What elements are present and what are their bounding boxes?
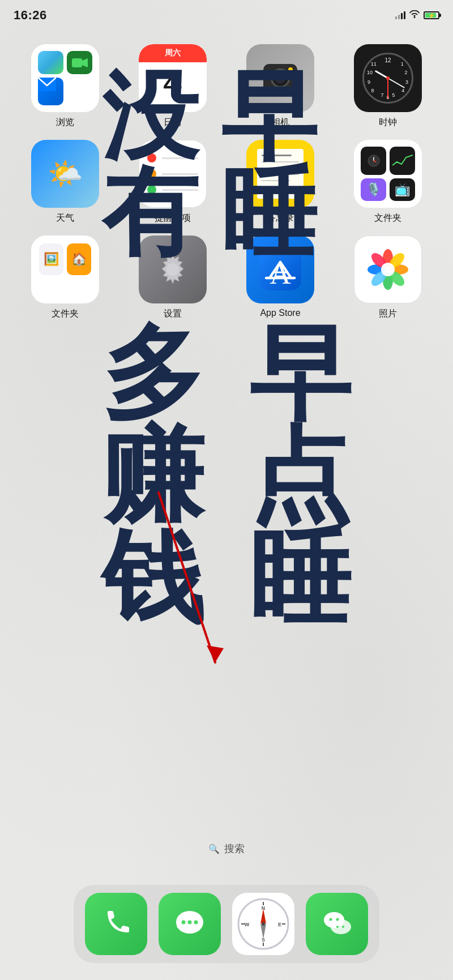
wifi-icon [409,10,420,20]
app-browse[interactable]: 浏览 [17,44,113,129]
app-appstore-label: App Store [260,308,300,318]
svg-marker-2 [82,58,88,67]
calendar-day-name: 周六 [165,48,181,58]
chinese-char-zhuan: 赚 [102,425,204,527]
calendar-day-number: 4 [163,62,182,100]
app-weather-label: 天气 [56,212,74,224]
dock-safari[interactable]: N S E W [232,893,294,955]
battery-icon: ⚡ [424,11,439,19]
chinese-char-duo: 多 [102,323,204,425]
svg-line-24 [159,493,215,662]
chinese-overlay: 多 早 赚 点 钱 睡 [0,323,453,628]
svg-rect-1 [72,58,82,67]
app-photos[interactable]: 照片 [340,236,436,320]
app-camera-label: 相机 [271,117,289,129]
svg-point-8 [166,263,179,276]
chinese-row-3: 钱 睡 [102,527,351,628]
signal-icon [395,11,405,19]
svg-marker-25 [207,645,224,662]
chinese-row-1: 多 早 [102,323,351,425]
app-files-label: 文件夹 [374,212,401,224]
dock-phone[interactable] [85,893,147,955]
app-settings[interactable]: 设置 [125,236,221,320]
status-icons: ⚡ [395,10,439,20]
app-appstore[interactable]: A App Store [232,236,328,320]
app-folder2[interactable]: 🖼️ 🏠 文件夹 [17,236,113,320]
svg-point-47 [336,926,339,928]
svg-point-42 [262,922,265,926]
svg-point-0 [414,16,416,18]
app-clock-label: 时钟 [379,117,397,129]
chinese-char-zao: 早 [249,323,351,425]
app-calendar-label: 日历 [164,117,182,129]
app-reminders[interactable]: 提醒事项 [125,140,221,224]
svg-point-29 [188,921,192,925]
chinese-char-dian: 点 [249,425,351,527]
app-browse-label: 浏览 [56,117,74,129]
red-arrow [102,481,226,685]
chinese-char-qian: 钱 [102,527,204,628]
app-camera[interactable]: 相机 [232,44,328,129]
app-photos-label: 照片 [379,308,397,320]
search-bar[interactable]: 🔍 搜索 [208,842,245,855]
app-folder2-label: 文件夹 [52,308,79,320]
app-reminders-label: 提醒事项 [155,212,191,224]
app-weather[interactable]: 🌤️ 天气 [17,140,113,224]
status-time: 16:26 [14,8,47,23]
svg-text:E: E [278,922,281,927]
app-notes[interactable]: 备忘录 [232,140,328,224]
svg-point-28 [182,921,186,925]
svg-point-23 [381,263,395,276]
status-bar: 16:26 ⚡ [0,0,453,27]
svg-point-48 [342,926,344,928]
app-settings-label: 设置 [164,308,182,320]
dock: N S E W [74,885,379,963]
dock-messages[interactable] [159,893,221,955]
svg-point-30 [194,921,198,925]
dock-wechat[interactable] [306,893,368,955]
search-placeholder: 搜索 [224,842,245,855]
app-grid: 浏览 周六 4 日历 相机 12 1 [0,33,453,331]
app-clock[interactable]: 12 1 11 2 10 3 9 4 8 5 7 6 时钟 [340,44,436,129]
svg-point-46 [336,918,339,921]
app-notes-label: 备忘录 [267,212,294,224]
chinese-char-shui: 睡 [249,527,351,628]
svg-text:W: W [245,922,250,927]
chinese-row-2: 赚 点 [102,425,351,527]
svg-point-44 [331,919,351,934]
search-icon: 🔍 [208,844,220,854]
app-calendar[interactable]: 周六 4 日历 [125,44,221,129]
svg-point-45 [330,918,332,921]
app-files[interactable]: 🎙️ 📺 文件夹 [340,140,436,224]
